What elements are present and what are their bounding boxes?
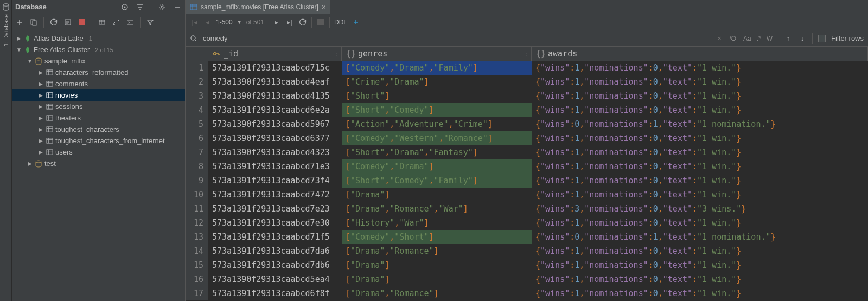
filter-rows-checkbox[interactable] (818, 35, 826, 42)
cell-id[interactable]: 573a1390f29313caabcd4135 (208, 89, 342, 103)
table-row[interactable]: 7573a1390f29313caabcd4323["Short", "Dram… (186, 145, 868, 159)
table-row[interactable]: 17573a1391f29313caabcd6f8f["Drama", "Rom… (186, 286, 868, 300)
column-header-genres[interactable]: {} genres ÷ (342, 47, 532, 61)
tree-node-table[interactable]: ▶users (12, 146, 185, 158)
cell-id[interactable]: 573a1390f29313caabcd5967 (208, 117, 342, 131)
table-row[interactable]: 13573a1391f29313caabcd71f5["Comedy", "Sh… (186, 230, 868, 244)
next-page-icon[interactable]: ▸ (272, 18, 281, 27)
table-row[interactable]: 10573a1391f29313caabcd7472["Drama"]{"win… (186, 188, 868, 202)
cell-awards[interactable]: {"wins": 1, "nominations": 0, "text": "1… (532, 174, 868, 188)
duplicate-icon[interactable] (29, 18, 38, 27)
cell-awards[interactable]: {"wins": 1, "nominations": 0, "text": "1… (532, 61, 868, 75)
table-row[interactable]: 16573a1390f29313caabcd5ea4["Drama"]{"win… (186, 272, 868, 286)
cell-awards[interactable]: {"wins": 3, "nominations": 0, "text": "3… (532, 202, 868, 216)
table-row[interactable]: 4573a1391f29313caabcd6e2a["Short", "Come… (186, 103, 868, 117)
cell-genres[interactable]: ["Drama", "Romance", "War"] (342, 202, 532, 216)
add-icon[interactable] (15, 18, 24, 27)
cell-id[interactable]: 573a1390f29313caabcd6377 (208, 131, 342, 145)
cell-genres[interactable]: ["Crime", "Drama"] (342, 75, 532, 89)
gear-icon[interactable] (158, 3, 167, 11)
tree-node-table[interactable]: ▶toughest_characters (12, 124, 185, 135)
clear-search-icon[interactable]: × (715, 34, 724, 43)
cell-awards[interactable]: {"wins": 1, "nominations": 0, "text": "1… (532, 75, 868, 89)
tree-node-table[interactable]: ▶movies (12, 89, 185, 101)
edit-icon[interactable] (112, 18, 120, 27)
cell-id[interactable]: 573a1391f29313caabcd71f5 (208, 230, 342, 244)
cell-genres[interactable]: ["Drama"] (342, 272, 532, 286)
cell-id[interactable]: 573a1391f29313caabcd7e30 (208, 216, 342, 230)
next-match-icon[interactable]: ↓ (798, 34, 807, 43)
tree-node-test[interactable]: ▶ test (12, 158, 185, 169)
add-row-icon[interactable] (352, 18, 360, 27)
cell-awards[interactable]: {"wins": 1, "nominations": 0, "text": "1… (532, 258, 868, 272)
column-header-awards[interactable]: {} awards (532, 47, 868, 61)
tool-window-stripe[interactable]: 1: Database (0, 0, 12, 301)
tree-node-datalake[interactable]: ▶ Atlas Data Lake 1 (12, 33, 185, 44)
sort-icon[interactable]: ÷ (525, 51, 528, 57)
cell-awards[interactable]: {"wins": 1, "nominations": 0, "text": "1… (532, 244, 868, 258)
cell-awards[interactable]: {"wins": 1, "nominations": 0, "text": "1… (532, 145, 868, 159)
cell-id[interactable]: 573a1391f29313caabcd7472 (208, 188, 342, 202)
reload-icon[interactable] (298, 18, 307, 27)
case-toggle[interactable]: Aa (743, 35, 751, 42)
cell-genres[interactable]: ["Drama"] (342, 258, 532, 272)
cell-genres[interactable]: ["Short", "Comedy", "Family"] (342, 174, 532, 188)
cell-awards[interactable]: {"wins": 1, "nominations": 0, "text": "1… (532, 216, 868, 230)
words-toggle[interactable]: W (767, 35, 773, 42)
cell-id[interactable]: 573a1391f29313caabcd7da6 (208, 244, 342, 258)
search-input[interactable] (203, 34, 710, 42)
table-row[interactable]: 12573a1391f29313caabcd7e30["History", "W… (186, 216, 868, 230)
cell-id[interactable]: 573a1391f29313caabcd6e2a (208, 103, 342, 117)
cell-genres[interactable]: ["Drama", "Romance"] (342, 286, 532, 300)
cell-genres[interactable]: ["Comedy", "Western", "Romance"] (342, 131, 532, 145)
tree-node-cluster[interactable]: ▼ Free Atlas Cluster 2 of 15 (12, 44, 185, 55)
cell-id[interactable]: 573a1391f29313caabcd715c (208, 61, 342, 75)
regex-toggle[interactable]: .* (757, 35, 761, 42)
target-icon[interactable] (120, 3, 129, 11)
prev-match-icon[interactable]: ↑ (784, 34, 793, 43)
cell-id[interactable]: 573a1391f29313caabcd73f4 (208, 174, 342, 188)
table-row[interactable]: 1573a1391f29313caabcd715c["Comedy", "Dra… (186, 61, 868, 75)
stop-icon[interactable] (78, 18, 86, 27)
database-tree[interactable]: ▶ Atlas Data Lake 1 ▼ Free Atlas Cluster… (12, 30, 185, 301)
console-icon[interactable] (126, 18, 135, 27)
minimize-icon[interactable] (173, 3, 182, 11)
cell-genres[interactable]: ["History", "War"] (342, 216, 532, 230)
data-grid[interactable]: _id ÷ {} genres ÷ {} awards 1573a1391f29… (186, 47, 868, 301)
cell-genres[interactable]: ["Action", "Adventure", "Crime"] (342, 117, 532, 131)
table-row[interactable]: 15573a1391f29313caabcd7db6["Drama"]{"win… (186, 258, 868, 272)
pager-range[interactable]: 1-500 (216, 18, 233, 26)
tree-node-table[interactable]: ▶toughest_characters_from_internet (12, 135, 185, 146)
filter-funnel-icon[interactable] (146, 18, 155, 27)
filter-settings-icon[interactable] (136, 3, 144, 11)
cell-genres[interactable]: ["Comedy", "Short"] (342, 230, 532, 244)
cell-awards[interactable]: {"wins": 1, "nominations": 0, "text": "1… (532, 131, 868, 145)
ddl-button[interactable]: DDL (334, 18, 347, 26)
cell-awards[interactable]: {"wins": 1, "nominations": 0, "text": "1… (532, 89, 868, 103)
table-row[interactable]: 11573a1391f29313caabcd7e23["Drama", "Rom… (186, 202, 868, 216)
cell-id[interactable]: 573a1391f29313caabcd7e23 (208, 202, 342, 216)
cell-genres[interactable]: ["Comedy", "Drama"] (342, 159, 532, 174)
column-header-id[interactable]: _id ÷ (208, 47, 342, 61)
tree-node-table[interactable]: ▶theaters (12, 112, 185, 124)
table-row[interactable]: 2573a1390f29313caabcd4eaf["Crime", "Dram… (186, 75, 868, 89)
cell-id[interactable]: 573a1390f29313caabcd5ea4 (208, 272, 342, 286)
cell-genres[interactable]: ["Drama"] (342, 188, 532, 202)
regex-history-icon[interactable] (729, 34, 738, 43)
close-icon[interactable]: × (322, 3, 326, 11)
cell-id[interactable]: 573a1391f29313caabcd71e3 (208, 159, 342, 174)
cell-id[interactable]: 573a1390f29313caabcd4323 (208, 145, 342, 159)
table-row[interactable]: 5573a1390f29313caabcd5967["Action", "Adv… (186, 117, 868, 131)
tree-node-table[interactable]: ▶characters_reformatted (12, 67, 185, 78)
refresh-icon[interactable] (49, 18, 58, 27)
cell-genres[interactable]: ["Comedy", "Drama", "Family"] (342, 61, 532, 75)
last-page-icon[interactable]: ▸| (285, 18, 294, 27)
cell-awards[interactable]: {"wins": 1, "nominations": 0, "text": "1… (532, 272, 868, 286)
editor-tab[interactable]: sample_mflix.movies [Free Atlas Cluster]… (186, 0, 330, 14)
cell-awards[interactable]: {"wins": 1, "nominations": 0, "text": "1… (532, 159, 868, 174)
chevron-down-icon[interactable]: ▼ (237, 20, 242, 25)
table-row[interactable]: 3573a1390f29313caabcd4135["Short"]{"wins… (186, 89, 868, 103)
table-row[interactable]: 8573a1391f29313caabcd71e3["Comedy", "Dra… (186, 159, 868, 174)
grid-icon[interactable] (98, 18, 106, 27)
cell-awards[interactable]: {"wins": 1, "nominations": 0, "text": "1… (532, 103, 868, 117)
